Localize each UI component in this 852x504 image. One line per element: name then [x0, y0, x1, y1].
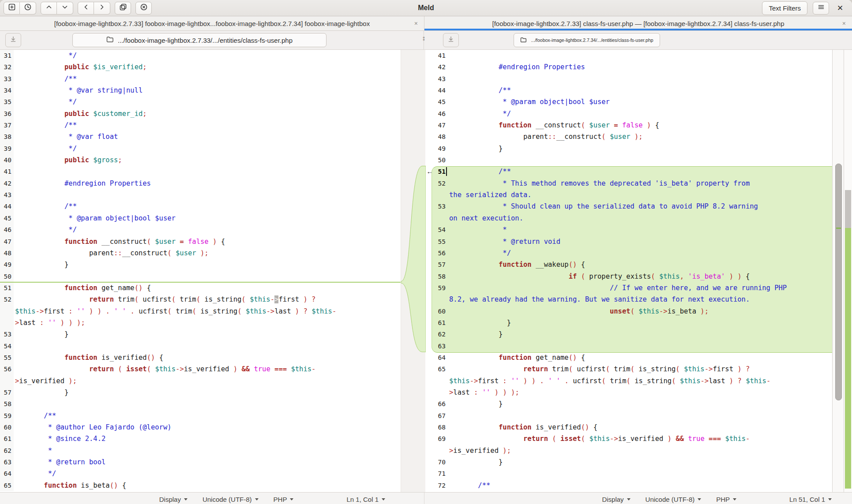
cursor-position-menu[interactable]: Ln 1, Col 1 [346, 496, 385, 503]
code-line[interactable]: 57 function __wakeup() { [425, 259, 832, 270]
push-change-left-button[interactable] [78, 2, 94, 15]
code-line[interactable]: >last : '' ) ) ); [425, 387, 832, 398]
tab-file-comparison[interactable]: [foobox-image-lightbox.2.7.33] class-fs-… [424, 16, 852, 30]
code-line[interactable]: 63 * @return bool [0, 456, 401, 468]
code-line[interactable]: 35 */ [0, 96, 401, 108]
copy-change-left-arrow-icon[interactable]: ← [426, 166, 434, 177]
left-file-path-button[interactable]: .../foobox-image-lightbox.2.7.33/.../ent… [72, 33, 327, 47]
tab-folder-comparison[interactable]: [foobox-image-lightbox.2.7.33] foobox-im… [0, 16, 424, 30]
code-line[interactable]: 49 } [0, 259, 401, 270]
tab-close-icon[interactable]: × [414, 20, 418, 27]
code-line[interactable]: 62 } [425, 329, 832, 340]
code-line[interactable]: 45 * @param object|bool $user [425, 96, 832, 108]
code-line[interactable]: 72 /** [425, 480, 832, 491]
code-line[interactable]: 54 [0, 340, 401, 352]
code-line[interactable]: 44 /** [425, 85, 832, 96]
code-line[interactable]: 57 } [0, 387, 401, 398]
code-line[interactable]: 61 * @since 2.4.2 [0, 433, 401, 444]
diff-overview-map[interactable] [844, 50, 852, 492]
display-menu[interactable]: Display [159, 496, 188, 503]
code-line[interactable]: 38 * @var float [0, 131, 401, 142]
code-line[interactable]: 54 * [425, 224, 832, 235]
right-scrollbar-track[interactable] [832, 50, 844, 492]
code-line[interactable]: >is_verified ); [0, 375, 401, 387]
code-line[interactable]: 43 [0, 189, 401, 201]
push-change-right-button[interactable] [94, 2, 110, 15]
code-line[interactable]: 37 /** [0, 119, 401, 131]
code-line[interactable]: 33 /** [0, 73, 401, 85]
code-line[interactable]: >is_verified ); [425, 445, 832, 456]
code-line[interactable]: $this->first : '' ) ) . ' ' . ucfirst( t… [425, 375, 832, 387]
code-line[interactable]: 36 public $customer_id; [0, 108, 401, 119]
code-line[interactable]: 47 function __construct( $user = false )… [0, 236, 401, 247]
encoding-menu[interactable]: Unicode (UTF-8) [203, 496, 259, 503]
code-line[interactable]: 53 * Should clean up the serialized data… [425, 201, 832, 212]
recent-comparison-button[interactable] [20, 2, 36, 15]
code-line[interactable]: 68 function is_verified() { [425, 422, 832, 433]
code-line[interactable]: 42 #endregion Properties [425, 61, 832, 73]
encoding-menu[interactable]: Unicode (UTF-8) [646, 496, 702, 503]
language-menu[interactable]: PHP [716, 496, 736, 503]
code-line[interactable]: 64 */ [0, 468, 401, 479]
code-line[interactable]: 45 * @param object|bool $user [0, 213, 401, 224]
code-line[interactable]: 56 return ( isset( $this->is_verified ) … [0, 363, 401, 375]
save-left-button[interactable] [5, 33, 21, 47]
code-line[interactable]: 51 function get_name() { [0, 282, 401, 294]
language-menu[interactable]: PHP [274, 496, 294, 503]
code-line[interactable]: 40 public $gross; [0, 154, 401, 166]
code-line[interactable]: 60 * @author Leo Fajardo (@leorw) [0, 422, 401, 433]
code-line[interactable]: 55 * @return void [425, 236, 832, 247]
code-line[interactable]: 73 * @author Leo Fajardo (@leorw) [425, 491, 832, 492]
code-line[interactable]: 66 } [425, 398, 832, 410]
text-filters-button[interactable]: Text Filters [762, 1, 807, 15]
previous-change-button[interactable] [41, 2, 57, 15]
splitter-handle-icon[interactable]: ●● [421, 37, 426, 41]
right-file-path-button[interactable]: .../foobox-image-lightbox.2.7.34/.../ent… [514, 33, 660, 47]
stop-button[interactable] [135, 2, 152, 15]
code-line[interactable]: 49 } [425, 143, 832, 154]
code-line[interactable]: 71 [425, 468, 832, 479]
new-comparison-button[interactable] [4, 2, 20, 15]
code-line[interactable]: 34 * @var string|null [0, 85, 401, 96]
left-code-pane[interactable]: 31 */32 public $is_verified;33 /**34 * @… [0, 50, 401, 492]
code-line[interactable]: 55 function is_verified() { [0, 352, 401, 363]
right-code-pane[interactable]: 4142 #endregion Properties4344 /**45 * @… [425, 50, 852, 492]
code-line[interactable]: 63 [425, 340, 832, 352]
code-line[interactable]: 31 */ [0, 50, 401, 61]
code-line[interactable]: 48 parent::__construct( $user ); [0, 247, 401, 259]
code-line[interactable]: >last : '' ) ) ); [0, 317, 401, 329]
code-line[interactable]: 46 */ [0, 224, 401, 235]
code-line[interactable]: the serialized data. [425, 189, 832, 201]
tab-close-icon[interactable]: × [842, 20, 846, 27]
code-line[interactable]: 59 // If we enter here, and we are runni… [425, 282, 832, 294]
code-line[interactable]: 65 return trim( ucfirst( trim( is_string… [425, 363, 832, 375]
code-line[interactable]: $this->first : '' ) ) . ' ' . ucfirst( t… [0, 306, 401, 317]
code-line[interactable]: 58 if ( property_exists( $this, 'is_beta… [425, 271, 832, 282]
next-change-button[interactable] [57, 2, 73, 15]
code-line[interactable]: 50 [0, 271, 401, 282]
code-line[interactable]: 67 [425, 410, 832, 422]
code-line[interactable]: on next execution. [425, 213, 832, 224]
code-line[interactable]: 51 /**← [425, 166, 832, 177]
code-line[interactable]: 53 } [0, 329, 401, 340]
code-line[interactable]: 41 [0, 166, 401, 177]
code-line[interactable]: 59 /** [0, 410, 401, 422]
code-line[interactable]: 56 */ [425, 247, 832, 259]
code-line[interactable]: 52 return trim( ucfirst( trim( is_string… [0, 294, 401, 305]
code-line[interactable]: 69 return ( isset( $this->is_verified ) … [425, 433, 832, 444]
copy-button[interactable] [115, 2, 131, 15]
menu-button[interactable] [813, 2, 829, 15]
code-line[interactable]: 41 [425, 50, 832, 61]
code-line[interactable]: 61 } [425, 317, 832, 329]
code-line[interactable]: 43 [425, 73, 832, 85]
save-right-button[interactable] [443, 33, 459, 47]
display-menu[interactable]: Display [602, 496, 630, 503]
code-line[interactable]: 46 */ [425, 108, 832, 119]
code-line[interactable]: 65 function is_beta() { [0, 480, 401, 491]
code-line[interactable]: 47 function __construct( $user = false )… [425, 119, 832, 131]
code-line[interactable]: 32 public $is_verified; [0, 61, 401, 73]
code-line[interactable]: 44 /** [0, 201, 401, 212]
code-line[interactable]: 58 [0, 398, 401, 410]
right-scrollbar-thumb[interactable] [835, 164, 842, 400]
code-line[interactable]: 50 [425, 154, 832, 166]
